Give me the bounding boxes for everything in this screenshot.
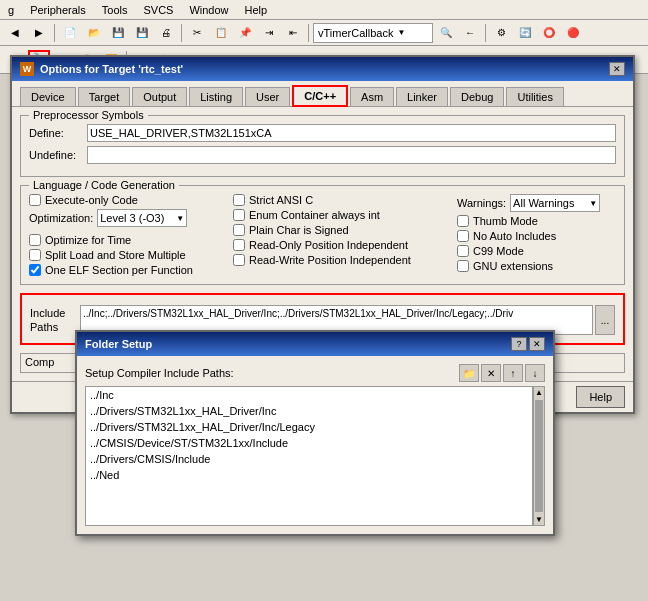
define-input[interactable] bbox=[87, 124, 616, 142]
save-all-button[interactable]: 💾 bbox=[131, 23, 153, 43]
help-button[interactable]: Help bbox=[576, 386, 625, 408]
gnu-extensions-label: GNU extensions bbox=[473, 260, 553, 272]
menu-help[interactable]: Help bbox=[241, 4, 272, 16]
copy-button[interactable]: 📋 bbox=[210, 23, 232, 43]
c99-mode-checkbox[interactable] bbox=[457, 245, 469, 257]
optimization-dropdown[interactable]: Level 3 (-O3) ▼ bbox=[97, 209, 187, 227]
subdialog-question-button[interactable]: ? bbox=[511, 337, 527, 351]
preprocessor-group-label: Preprocessor Symbols bbox=[29, 109, 148, 121]
new-folder-button[interactable]: 📁 bbox=[459, 364, 479, 382]
optimize-time-checkbox[interactable] bbox=[29, 234, 41, 246]
one-elf-checkbox[interactable] bbox=[29, 264, 41, 276]
tab-user[interactable]: User bbox=[245, 87, 290, 106]
menu-tools[interactable]: Tools bbox=[98, 4, 132, 16]
folder-setup-dialog: Folder Setup ? ✕ Setup Compiler Include … bbox=[75, 330, 555, 536]
list-item[interactable]: ../CMSIS/Device/ST/STM32L1xx/Include bbox=[86, 435, 532, 451]
strict-ansi-row: Strict ANSI C bbox=[233, 194, 453, 206]
read-write-pos-label: Read-Write Position Independent bbox=[249, 254, 411, 266]
no-auto-includes-label: No Auto Includes bbox=[473, 230, 556, 242]
open-button[interactable]: 📂 bbox=[83, 23, 105, 43]
circle-button[interactable]: ⭕ bbox=[538, 23, 560, 43]
function-dropdown[interactable]: vTimerCallback ▼ bbox=[313, 23, 433, 43]
tab-asm[interactable]: Asm bbox=[350, 87, 394, 106]
optimization-row: Optimization: Level 3 (-O3) ▼ bbox=[29, 209, 229, 227]
list-item[interactable]: ../Drivers/STM32L1xx_HAL_Driver/Inc/Lega… bbox=[86, 419, 532, 435]
enum-container-checkbox[interactable] bbox=[233, 209, 245, 221]
include-label: Include Paths bbox=[30, 306, 80, 335]
menu-window[interactable]: Window bbox=[185, 4, 232, 16]
list-item[interactable]: ../Ned bbox=[86, 467, 532, 483]
scroll-down-button[interactable]: ▼ bbox=[534, 514, 544, 525]
codegen-col1: Execute-only Code Optimization: Level 3 … bbox=[29, 194, 229, 276]
execute-only-checkbox[interactable] bbox=[29, 194, 41, 206]
thumb-mode-label: Thumb Mode bbox=[473, 215, 538, 227]
split-load-row: Split Load and Store Multiple bbox=[29, 249, 229, 261]
paste-button[interactable]: 📌 bbox=[234, 23, 256, 43]
back-button[interactable]: ◀ bbox=[4, 23, 26, 43]
scrollbar[interactable]: ▲ ▼ bbox=[533, 386, 545, 526]
include-browse-button[interactable]: ... bbox=[595, 305, 615, 335]
enum-container-row: Enum Container always int bbox=[233, 209, 453, 221]
thumb-mode-row: Thumb Mode bbox=[457, 215, 616, 227]
subdialog-title-buttons: ? ✕ bbox=[511, 337, 545, 351]
read-write-pos-checkbox[interactable] bbox=[233, 254, 245, 266]
refresh-button[interactable]: 🔄 bbox=[514, 23, 536, 43]
subdialog-close-button[interactable]: ✕ bbox=[529, 337, 545, 351]
tab-target[interactable]: Target bbox=[78, 87, 131, 106]
opt-arrow-icon: ▼ bbox=[176, 214, 184, 223]
list-item[interactable]: ../Inc bbox=[86, 387, 532, 403]
gnu-extensions-checkbox[interactable] bbox=[457, 260, 469, 272]
stop-button[interactable]: 🔴 bbox=[562, 23, 584, 43]
undefine-input[interactable] bbox=[87, 146, 616, 164]
no-auto-includes-checkbox[interactable] bbox=[457, 230, 469, 242]
list-item[interactable]: ../Drivers/CMSIS/Include bbox=[86, 451, 532, 467]
new-file-button[interactable]: 📄 bbox=[59, 23, 81, 43]
move-down-button[interactable]: ↓ bbox=[525, 364, 545, 382]
tab-output[interactable]: Output bbox=[132, 87, 187, 106]
menu-peripherals[interactable]: Peripherals bbox=[26, 4, 90, 16]
move-up-button[interactable]: ↑ bbox=[503, 364, 523, 382]
menu-svcs[interactable]: SVCS bbox=[139, 4, 177, 16]
undefine-row: Undefine: bbox=[29, 146, 616, 164]
delete-item-button[interactable]: ✕ bbox=[481, 364, 501, 382]
thumb-mode-checkbox[interactable] bbox=[457, 215, 469, 227]
optimize-time-row: Optimize for Time bbox=[29, 234, 229, 246]
nav-back-button[interactable]: ← bbox=[459, 23, 481, 43]
dropdown-arrow-icon: ▼ bbox=[397, 28, 428, 37]
split-load-checkbox[interactable] bbox=[29, 249, 41, 261]
read-only-pos-checkbox[interactable] bbox=[233, 239, 245, 251]
list-item[interactable]: ../Drivers/STM32L1xx_HAL_Driver/Inc bbox=[86, 403, 532, 419]
menu-g[interactable]: g bbox=[4, 4, 18, 16]
tab-debug[interactable]: Debug bbox=[450, 87, 504, 106]
print-button[interactable]: 🖨 bbox=[155, 23, 177, 43]
cut-button[interactable]: ✂ bbox=[186, 23, 208, 43]
toolbar-sep3 bbox=[308, 24, 309, 42]
plain-char-checkbox[interactable] bbox=[233, 224, 245, 236]
scroll-up-button[interactable]: ▲ bbox=[534, 387, 544, 398]
dialog-close-button[interactable]: ✕ bbox=[609, 62, 625, 76]
plain-char-label: Plain Char is Signed bbox=[249, 224, 349, 236]
no-auto-includes-row: No Auto Includes bbox=[457, 230, 616, 242]
tabs-row: Device Target Output Listing User C/C++ … bbox=[12, 81, 633, 107]
tab-device[interactable]: Device bbox=[20, 87, 76, 106]
save-button[interactable]: 💾 bbox=[107, 23, 129, 43]
split-load-label: Split Load and Store Multiple bbox=[45, 249, 186, 261]
define-row: Define: bbox=[29, 124, 616, 142]
strict-ansi-checkbox[interactable] bbox=[233, 194, 245, 206]
settings-button[interactable]: ⚙ bbox=[490, 23, 512, 43]
define-label: Define: bbox=[29, 127, 87, 139]
browse-button[interactable]: 🔍 bbox=[435, 23, 457, 43]
tab-cpp[interactable]: C/C++ bbox=[292, 85, 348, 107]
unindent-button[interactable]: ⇤ bbox=[282, 23, 304, 43]
indent-button[interactable]: ⇥ bbox=[258, 23, 280, 43]
tab-listing[interactable]: Listing bbox=[189, 87, 243, 106]
tab-utilities[interactable]: Utilities bbox=[506, 87, 563, 106]
subdialog-title-bar: Folder Setup ? ✕ bbox=[77, 332, 553, 356]
include-paths-list[interactable]: ../Inc ../Drivers/STM32L1xx_HAL_Driver/I… bbox=[85, 386, 533, 526]
c99-mode-label: C99 Mode bbox=[473, 245, 524, 257]
warnings-dropdown[interactable]: All Warnings ▼ bbox=[510, 194, 600, 212]
gnu-extensions-row: GNU extensions bbox=[457, 260, 616, 272]
tab-linker[interactable]: Linker bbox=[396, 87, 448, 106]
subdialog-toolbar: 📁 ✕ ↑ ↓ bbox=[459, 364, 545, 382]
forward-button[interactable]: ▶ bbox=[28, 23, 50, 43]
